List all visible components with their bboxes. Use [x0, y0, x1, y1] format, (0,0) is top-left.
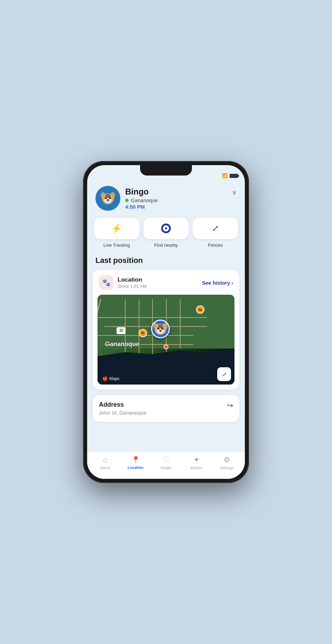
address-title: Address [99, 401, 147, 408]
nav-item-activity[interactable]: ✦ Activity [181, 455, 212, 470]
paw-icon: 🐾 [102, 278, 111, 287]
map-city-label: Gananoque [105, 341, 139, 348]
map-background: Gananoque [98, 295, 234, 385]
location-card-subtitle: Since 1:01 AM [118, 284, 147, 289]
apple-maps-label: 🍎 Maps [102, 376, 119, 381]
home-icon: ⌂ [103, 455, 107, 464]
address-card: Address John St, Gananoque ↪ [93, 395, 239, 422]
dog-marker-circle [151, 320, 170, 338]
activity-icon: ✦ [193, 455, 200, 464]
shop-marker-1: 🛍 [196, 305, 204, 314]
battery-icon [230, 174, 238, 178]
location-nav-label: Location [128, 465, 144, 470]
svg-point-19 [158, 324, 163, 329]
pet-location-row: Gananoque [125, 197, 158, 203]
nav-item-settings[interactable]: ⚙ Settings [212, 455, 242, 470]
map-expand-icon: ⤢ [222, 371, 227, 378]
map-container[interactable]: Gananoque [98, 295, 234, 385]
nav-item-health[interactable]: ♡ Health [151, 455, 181, 470]
scroll-area[interactable]: Bingo Gananoque 4:50 PM ∨ ⚡ Li [87, 180, 245, 479]
activity-label: Activity [191, 466, 203, 470]
pet-city: Gananoque [131, 197, 158, 203]
location-dot-marker [164, 344, 168, 349]
action-buttons: ⚡ Live Tracking Find nearby ⤢ Fences [87, 218, 245, 248]
health-icon: ♡ [163, 455, 169, 464]
address-value: John St, Gananoque [99, 410, 147, 416]
share-button[interactable]: ↪ [227, 401, 233, 410]
svg-point-18 [159, 330, 162, 331]
fences-label: Fences [208, 243, 223, 248]
health-label: Health [160, 466, 172, 470]
location-card: 🐾 Location Since 1:01 AM See history › [93, 270, 239, 389]
lightning-icon: ⚡ [111, 223, 122, 234]
phone-screen: 📶 [87, 165, 245, 479]
shop-marker-2: 🛍 [139, 329, 147, 337]
home-label: Home [100, 466, 110, 470]
fences-icon-wrap: ⤢ [193, 218, 238, 239]
location-card-title: Location [118, 276, 147, 283]
location-icon-wrap: 🐾 [99, 275, 113, 290]
card-header: 🐾 Location Since 1:01 AM See history › [93, 270, 239, 295]
card-header-left: 🐾 Location Since 1:01 AM [99, 275, 147, 290]
radar-icon [161, 224, 171, 233]
apple-logo: 🍎 [102, 376, 108, 381]
pet-selector-chevron[interactable]: ∨ [232, 189, 237, 196]
card-title-group: Location Since 1:01 AM [118, 276, 147, 289]
header: Bingo Gananoque 4:50 PM ∨ [87, 180, 245, 218]
bottom-nav: ⌂ Home 📍 Location ♡ Health ✦ Activity ⚙ … [87, 451, 245, 479]
live-tracking-button[interactable]: ⚡ Live Tracking [94, 218, 139, 248]
svg-point-9 [105, 194, 110, 198]
live-tracking-icon-wrap: ⚡ [94, 218, 139, 239]
online-indicator [125, 199, 129, 202]
svg-point-17 [163, 328, 163, 329]
svg-point-7 [110, 197, 111, 198]
phone-frame: 📶 [83, 161, 249, 483]
route-32-badge: 32 [117, 327, 126, 334]
find-nearby-button[interactable]: Find nearby [144, 218, 189, 248]
see-history-button[interactable]: See history › [202, 280, 233, 286]
nav-item-home[interactable]: ⌂ Home [90, 455, 120, 470]
dog-map-marker [151, 320, 170, 338]
map-expand-button[interactable]: ⤢ [217, 367, 231, 381]
fences-expand-icon: ⤢ [212, 224, 219, 233]
address-content: Address John St, Gananoque [99, 401, 147, 416]
pet-info: Bingo Gananoque 4:50 PM [95, 186, 158, 211]
phone-notch [140, 165, 192, 176]
settings-label: Settings [220, 466, 234, 470]
wifi-icon: 📶 [222, 173, 228, 178]
last-position-header: Last position [87, 256, 245, 270]
pet-time: 4:50 PM [125, 204, 158, 210]
nav-item-location[interactable]: 📍 Location [120, 456, 151, 470]
find-nearby-label: Find nearby [154, 243, 178, 248]
svg-point-8 [107, 199, 109, 201]
avatar [95, 186, 120, 211]
find-nearby-icon-wrap [144, 218, 189, 239]
location-nav-icon: 📍 [131, 456, 140, 464]
pet-details: Bingo Gananoque 4:50 PM [125, 187, 158, 210]
road-v5 [180, 299, 181, 349]
live-tracking-label: Live Tracking [103, 243, 130, 248]
fences-button[interactable]: ⤢ Fences [193, 218, 238, 248]
pet-name: Bingo [125, 187, 158, 197]
settings-icon: ⚙ [223, 455, 230, 464]
